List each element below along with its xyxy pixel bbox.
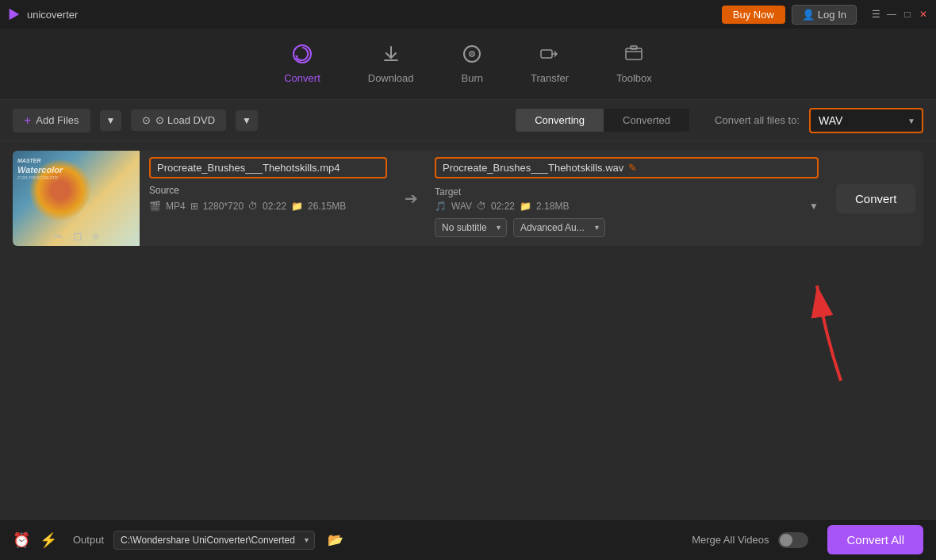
source-resolution: 1280*720 — [203, 201, 244, 212]
menu-icon[interactable]: ☰ — [869, 8, 882, 21]
nav-item-burn[interactable]: Burn — [462, 44, 483, 84]
merge-all-label: Merge All Videos — [692, 534, 769, 546]
output-path-select[interactable]: C:\Wondershare UniConverter\Converted — [113, 531, 315, 550]
target-label: Target — [435, 186, 819, 198]
format-select-wrapper: WAV MP3 MP4 AVI — [809, 108, 923, 133]
source-size-icon: 📁 — [291, 201, 303, 212]
target-size: 2.18MB — [536, 201, 569, 212]
window-controls: ☰ — □ ✕ — [869, 8, 930, 21]
maximize-button[interactable]: □ — [901, 8, 914, 21]
output-label: Output — [73, 534, 104, 546]
crop-tool-icon[interactable]: ⊡ — [73, 230, 82, 243]
source-format-icon: 🎬 — [149, 201, 161, 212]
convert-all-button[interactable]: Convert All — [827, 525, 923, 554]
toolbar: + Add Files ▼ ⊙ ⊙ Load DVD ▼ Converting … — [0, 100, 936, 141]
arrow-col: ➔ — [397, 151, 425, 246]
login-button[interactable]: 👤 Log In — [792, 5, 857, 25]
svg-marker-0 — [10, 9, 20, 20]
convert-button[interactable]: Convert — [836, 184, 915, 213]
red-arrow-annotation — [777, 270, 873, 397]
source-meta-row: 🎬 MP4 ⊞ 1280*720 ⏱ 02:22 📁 26.15MB — [149, 201, 387, 212]
open-folder-icon[interactable]: 📂 — [328, 532, 343, 547]
convert-arrow-icon: ➔ — [405, 189, 418, 208]
file-list: MASTER Watercolor FOR PROCREATE ✂ ⊡ ≡ Pr… — [0, 141, 936, 262]
titlebar-right: Buy Now 👤 Log In ☰ — □ ✕ — [722, 5, 930, 25]
bottombar: ⏰ ⚡ Output C:\Wondershare UniConverter\C… — [0, 519, 936, 560]
target-meta-row: 🎵 WAV ⏱ 02:22 📁 2.18MB ▼ — [435, 201, 819, 212]
app-logo-icon — [6, 7, 21, 21]
source-label: Source — [149, 185, 387, 196]
thumbnail-tools: ✂ ⊡ ≡ — [13, 230, 140, 243]
convert-all-label: Convert all files to: — [715, 114, 800, 126]
target-duration: 02:22 — [491, 201, 515, 212]
nav-label-burn: Burn — [462, 72, 483, 84]
nav-label-convert: Convert — [284, 72, 320, 84]
subtitle-select[interactable]: No subtitle — [435, 218, 507, 237]
nav-item-convert[interactable]: Convert — [284, 44, 320, 84]
merge-toggle[interactable] — [778, 532, 808, 548]
load-dvd-dropdown-button[interactable]: ▼ — [236, 110, 258, 131]
source-duration-icon: ⏱ — [248, 201, 258, 212]
source-resolution-icon: ⊞ — [190, 201, 198, 212]
source-info: Procreate_Brushes___Thehotskills.mp4 Sou… — [140, 151, 397, 246]
alarm-icon[interactable]: ⏰ — [13, 531, 30, 549]
buy-now-button[interactable]: Buy Now — [722, 6, 785, 24]
advanced-audio-wrapper: Advanced Au... — [513, 218, 605, 237]
nav-label-download: Download — [368, 72, 414, 84]
tab-converting[interactable]: Converting — [516, 109, 604, 132]
svg-rect-3 — [384, 59, 398, 61]
add-files-dropdown-button[interactable]: ▼ — [100, 110, 122, 131]
target-format-icon: 🎵 — [435, 201, 447, 212]
user-icon: 👤 — [802, 9, 815, 21]
burn-nav-icon — [462, 44, 482, 69]
nav-item-transfer[interactable]: Transfer — [531, 44, 569, 84]
format-select[interactable]: WAV MP3 MP4 AVI — [811, 109, 922, 132]
target-format: WAV — [451, 201, 472, 212]
target-duration-icon: ⏱ — [477, 201, 486, 212]
nav-item-download[interactable]: Download — [368, 44, 414, 84]
transfer-nav-icon — [539, 44, 560, 69]
source-side: MASTER Watercolor FOR PROCREATE ✂ ⊡ ≡ Pr… — [13, 151, 397, 246]
load-dvd-button[interactable]: ⊙ ⊙ Load DVD — [131, 109, 226, 131]
convert-col: Convert — [828, 151, 923, 246]
thumbnail: MASTER Watercolor FOR PROCREATE ✂ ⊡ ≡ — [13, 151, 140, 246]
download-nav-icon — [381, 44, 401, 69]
titlebar-left: unicoverter — [6, 7, 78, 21]
source-filename-box: Procreate_Brushes___Thehotskills.mp4 — [149, 157, 387, 178]
minimize-button[interactable]: — — [885, 8, 898, 21]
lightning-icon[interactable]: ⚡ — [40, 531, 57, 549]
svg-rect-9 — [631, 46, 637, 49]
edit-filename-icon[interactable]: ✎ — [628, 162, 637, 174]
tab-group: Converting Converted — [516, 109, 689, 132]
source-duration: 02:22 — [263, 201, 286, 212]
file-row: MASTER Watercolor FOR PROCREATE ✂ ⊡ ≡ Pr… — [13, 151, 923, 246]
target-size-icon: 📁 — [520, 201, 531, 212]
source-filename: Procreate_Brushes___Thehotskills.mp4 — [157, 162, 340, 174]
add-files-label: Add Files — [36, 114, 79, 126]
target-filename: Procreate_Brushes___Thehotskills.wav — [443, 162, 623, 174]
tab-converted[interactable]: Converted — [604, 109, 689, 132]
source-format: MP4 — [166, 201, 186, 212]
nav-item-toolbox[interactable]: Toolbox — [616, 44, 652, 84]
cut-tool-icon[interactable]: ✂ — [54, 230, 63, 243]
navbar: Convert Download Burn Transfer — [0, 29, 936, 100]
load-dvd-label: ⊙ Load DVD — [155, 114, 215, 126]
add-files-button[interactable]: + Add Files — [13, 109, 90, 132]
svg-point-6 — [471, 53, 473, 55]
titlebar: unicoverter Buy Now 👤 Log In ☰ — □ ✕ — [0, 0, 936, 29]
nav-label-toolbox: Toolbox — [616, 72, 652, 84]
app-name: unicoverter — [27, 9, 78, 21]
output-path-wrapper: C:\Wondershare UniConverter\Converted — [113, 531, 315, 550]
target-settings-dropdown[interactable]: ▼ — [809, 201, 819, 212]
convert-nav-icon — [292, 44, 313, 69]
effect-tool-icon[interactable]: ≡ — [92, 230, 98, 243]
main-content: MASTER Watercolor FOR PROCREATE ✂ ⊡ ≡ Pr… — [0, 141, 936, 519]
advanced-audio-select[interactable]: Advanced Au... — [513, 218, 605, 237]
svg-rect-8 — [626, 48, 642, 59]
close-button[interactable]: ✕ — [917, 8, 930, 21]
toolbox-nav-icon — [623, 44, 644, 69]
target-side: Procreate_Brushes___Thehotskills.wav ✎ T… — [425, 151, 828, 246]
annotation-area — [0, 262, 936, 420]
dvd-icon: ⊙ — [142, 114, 151, 126]
subtitle-wrapper: No subtitle — [435, 218, 507, 237]
